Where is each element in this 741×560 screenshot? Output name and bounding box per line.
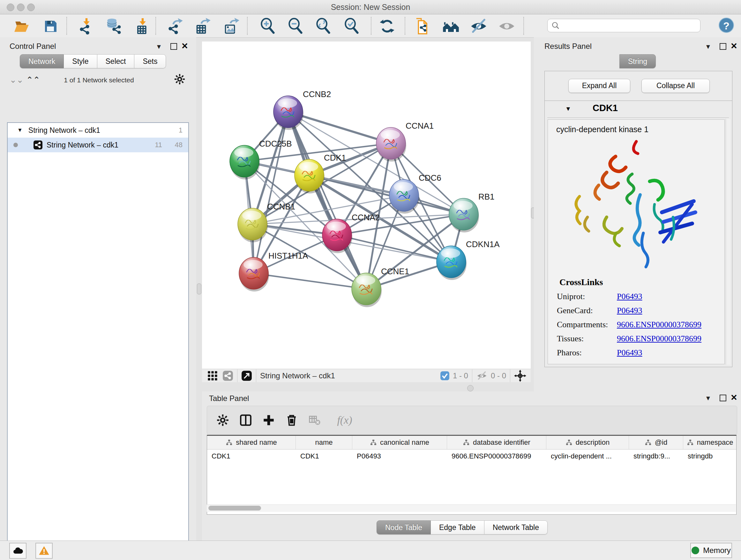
node-table[interactable]: shared namenamecanonical namedatabase id… — [207, 435, 737, 515]
crosslink-link[interactable]: P06493 — [617, 348, 642, 358]
panel-float-icon[interactable]: ▼ — [705, 395, 711, 402]
add-column-icon[interactable] — [261, 413, 276, 428]
network-collection-row[interactable]: ▼ String Network – cdk1 1 — [8, 123, 188, 138]
collection-expand-icon[interactable]: ▼ — [17, 127, 23, 133]
close-window-button[interactable] — [7, 3, 14, 11]
warning-button[interactable] — [36, 543, 53, 559]
tab-string[interactable]: String — [619, 54, 656, 68]
network-graph[interactable]: CCNB2CCNA1CDC25BCDK1CDC6RB1CCNB1CCNA2CDK… — [202, 42, 531, 369]
table-cell[interactable]: cyclin-dependent ... — [546, 449, 629, 463]
cloud-button[interactable] — [9, 543, 26, 559]
network-node-CDK1[interactable] — [294, 159, 325, 193]
collapse-all-button[interactable]: Collapse All — [642, 79, 710, 93]
table-horizontal-scrollbar[interactable] — [207, 504, 736, 512]
network-node-RB1[interactable] — [449, 198, 479, 233]
panel-maximize-icon[interactable] — [720, 43, 726, 50]
open-session-icon[interactable] — [13, 17, 30, 35]
network-node-CDC25B[interactable] — [230, 145, 260, 179]
network-node-CCNE1[interactable] — [352, 273, 382, 307]
export-table-icon[interactable] — [194, 17, 212, 35]
table-row[interactable]: CDK1CDK1P064939606.ENSP00000378699cyclin… — [207, 449, 736, 463]
minimize-window-button[interactable] — [17, 3, 24, 11]
tab-sets[interactable]: Sets — [134, 54, 166, 68]
zoom-out-icon[interactable] — [287, 17, 305, 35]
results-scrollbar[interactable] — [726, 119, 731, 365]
network-edge[interactable] — [288, 112, 366, 289]
panel-float-icon[interactable]: ▼ — [705, 43, 711, 51]
panel-maximize-icon[interactable] — [720, 395, 726, 401]
network-options-gear-icon[interactable] — [174, 73, 185, 86]
import-table-icon[interactable] — [134, 17, 151, 35]
panel-close-icon[interactable]: ✕ — [731, 393, 738, 402]
show-columns-icon[interactable] — [239, 413, 253, 428]
zoom-selected-icon[interactable] — [343, 17, 361, 35]
expand-all-tree-icon[interactable]: ⌃⌃ — [26, 75, 40, 85]
tab-network[interactable]: Network — [20, 54, 64, 68]
selected-checkbox-icon[interactable] — [440, 371, 450, 381]
network-edge[interactable] — [288, 112, 391, 143]
show-all-icon[interactable] — [498, 17, 516, 35]
crosslink-link[interactable]: P06493 — [617, 292, 642, 301]
column-header-shared-name[interactable]: shared name — [207, 436, 296, 449]
network-node-CCNA1[interactable] — [376, 127, 406, 162]
network-edge[interactable] — [254, 273, 366, 289]
search-box[interactable] — [547, 19, 700, 32]
column-header-description[interactable]: description — [546, 436, 629, 449]
table-cell[interactable]: CDK1 — [207, 449, 296, 463]
save-session-icon[interactable] — [42, 17, 59, 35]
import-database-icon[interactable] — [105, 17, 122, 35]
zoom-in-icon[interactable] — [259, 17, 277, 35]
fit-content-crosshair-icon[interactable] — [514, 370, 526, 382]
tab-select[interactable]: Select — [97, 54, 135, 68]
network-from-file-icon[interactable] — [413, 17, 431, 35]
column-header-@id[interactable]: @id — [629, 436, 683, 449]
collapse-all-tree-icon[interactable]: ⌄⌄ — [10, 75, 23, 85]
crosslink-link[interactable]: 9606.ENSP00000378699 — [617, 334, 701, 344]
table-cell[interactable]: stringdb:9... — [629, 449, 683, 463]
left-splitter-handle[interactable] — [197, 284, 201, 294]
network-view-canvas[interactable]: CCNB2CCNA1CDC25BCDK1CDC6RB1CCNB1CCNA2CDK… — [202, 42, 531, 369]
network-node-CCNB2[interactable] — [273, 96, 304, 130]
network-edge[interactable] — [337, 235, 451, 262]
network-node-CCNB1[interactable] — [238, 208, 268, 242]
panel-close-icon[interactable]: ✕ — [731, 41, 738, 51]
panel-maximize-icon[interactable] — [171, 43, 177, 50]
first-neighbors-icon[interactable] — [442, 17, 460, 35]
network-row-selected[interactable]: String Network – cdk1 11 48 — [8, 138, 188, 152]
zoom-fit-icon[interactable] — [315, 17, 333, 35]
tab-style[interactable]: Style — [64, 54, 97, 68]
detach-view-icon[interactable] — [241, 370, 252, 381]
tab-edge-table[interactable]: Edge Table — [431, 520, 484, 535]
export-image-icon[interactable] — [223, 17, 241, 35]
hide-selected-icon[interactable] — [470, 17, 488, 35]
import-network-icon[interactable] — [77, 17, 95, 35]
table-cell[interactable]: P06493 — [352, 449, 447, 463]
refresh-view-icon[interactable] — [378, 17, 396, 35]
expand-all-button[interactable]: Expand All — [568, 79, 630, 93]
panel-float-icon[interactable]: ▼ — [156, 43, 162, 51]
section-collapse-icon[interactable]: ▼ — [565, 105, 571, 112]
scrollbar-thumb[interactable] — [208, 506, 261, 510]
tab-node-table[interactable]: Node Table — [377, 520, 431, 535]
table-options-gear-icon[interactable] — [215, 413, 230, 428]
table-cell[interactable]: stringdb — [683, 449, 737, 463]
network-node-HIST1H1A[interactable] — [239, 257, 269, 292]
column-header-namespace[interactable]: namespace — [683, 436, 737, 449]
crosslink-link[interactable]: 9606.ENSP00000378699 — [617, 320, 701, 329]
table-cell[interactable]: CDK1 — [296, 449, 352, 463]
birds-eye-view-icon[interactable] — [207, 370, 218, 381]
crosslink-link[interactable]: P06493 — [617, 306, 642, 315]
tab-network-table[interactable]: Network Table — [484, 520, 548, 535]
column-header-database-identifier[interactable]: database identifier — [447, 436, 546, 449]
column-header-name[interactable]: name — [296, 436, 352, 449]
horizontal-splitter-handle[interactable] — [467, 385, 474, 391]
help-icon[interactable]: ? — [719, 17, 734, 33]
memory-indicator[interactable]: Memory — [690, 543, 732, 558]
zoom-window-button[interactable] — [27, 3, 35, 11]
network-overview-icon[interactable] — [222, 370, 233, 381]
column-header-canonical-name[interactable]: canonical name — [352, 436, 447, 449]
table-cell[interactable]: 9606.ENSP00000378699 — [447, 449, 546, 463]
delete-column-icon[interactable] — [284, 413, 299, 428]
export-network-icon[interactable] — [167, 17, 185, 35]
panel-close-icon[interactable]: ✕ — [181, 41, 188, 51]
